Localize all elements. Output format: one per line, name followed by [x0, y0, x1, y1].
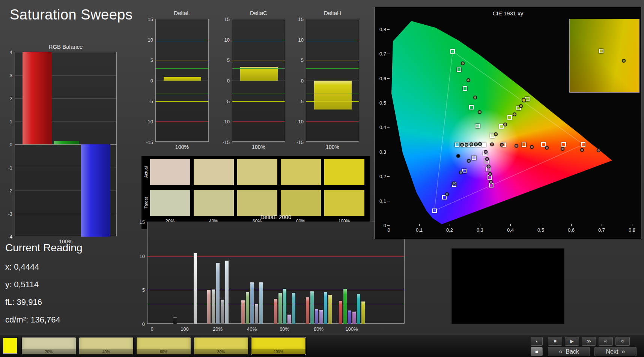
x-axis-label: 100%: [155, 144, 209, 150]
patch-button-60%[interactable]: 60%: [136, 337, 191, 355]
current-measurement-marker: [522, 98, 526, 102]
delta-e-bar: [194, 253, 197, 324]
gridline: [156, 19, 208, 20]
y-tick-label: 0: [142, 322, 145, 327]
transport-skip-button[interactable]: ≫: [582, 337, 596, 346]
color-swatch: [324, 190, 364, 216]
gridline: [156, 142, 208, 142]
transport-play-button[interactable]: ▶: [565, 337, 579, 346]
active-patch-swatch: [3, 338, 17, 354]
delta-c-chart: DeltaC 151050-5-10-15 100%: [219, 10, 294, 167]
pattern-preview-panel: [451, 248, 564, 324]
color-swatch: [324, 159, 364, 185]
ref-line: [156, 60, 208, 60]
target-marker: [581, 142, 585, 147]
target-marker: [472, 156, 476, 160]
delta-e-bar: [278, 293, 282, 324]
pattern-window-button[interactable]: ■: [531, 347, 543, 356]
x-tick-label: 20%: [213, 327, 223, 332]
y-tick-mark: [387, 54, 390, 54]
x-tick-label: 40%: [247, 327, 257, 332]
measurement-marker: [466, 78, 470, 82]
rgb-balance-plot: 43210-1-2-3-4: [15, 52, 117, 236]
delta-e-bar: [221, 300, 224, 324]
y-tick-label: 0,5: [379, 100, 386, 105]
delta-bar: [314, 81, 352, 110]
patch-button-80%[interactable]: 80%: [194, 337, 248, 355]
back-chevron-icon: «: [559, 348, 563, 356]
next-button[interactable]: Next »: [594, 347, 636, 356]
target-marker: [457, 68, 461, 72]
ref-line: [306, 68, 359, 69]
y-tick-label: -15: [296, 140, 304, 145]
x-tick-label: 0: [387, 228, 390, 232]
y-tick-mark: [387, 103, 390, 103]
ref-line: [232, 122, 285, 122]
measurement-marker: [580, 148, 584, 152]
row-label: Actual: [143, 159, 149, 185]
color-swatch: [194, 159, 234, 185]
measurement-marker: [597, 148, 600, 152]
y-tick-label: -5: [299, 99, 304, 104]
y-tick-label: 3: [10, 73, 12, 78]
x-tick-label: 0,6: [568, 228, 575, 232]
patch-label: 80%: [194, 349, 248, 354]
y-tick-label: 10: [224, 37, 230, 42]
y-tick-label: -5: [225, 99, 230, 104]
delta-h-chart: DeltaH 151050-5-10-15 100%: [293, 10, 368, 167]
y-tick-label: 0,1: [379, 198, 386, 203]
y-tick-label: 0,3: [379, 149, 386, 154]
target-marker: [450, 49, 455, 54]
target-marker: [432, 208, 437, 213]
x-tick-mark: [510, 224, 511, 226]
delta-e-bar: [287, 315, 291, 324]
y-tick-label: 10: [140, 254, 145, 258]
chart-title: RGB Balance: [15, 44, 117, 50]
y-tick-label: 10: [148, 37, 153, 42]
rgb-bar-green: [54, 141, 79, 144]
gridline: [232, 19, 285, 20]
next-label: Next: [606, 348, 618, 355]
y-tick-label: 0: [227, 78, 230, 83]
reading-fl-value: fL: 39,916: [5, 297, 82, 307]
scroll-up-button[interactable]: ▲: [531, 337, 543, 346]
y-tick-mark: [387, 201, 390, 201]
transport-refresh-button[interactable]: ↻: [615, 337, 630, 346]
delta-e-bar: [250, 282, 254, 324]
y-tick-mark: [387, 78, 390, 79]
y-tick-label: -5: [149, 99, 153, 104]
patch-button-40%[interactable]: 40%: [79, 337, 134, 355]
y-tick-label: 10: [298, 37, 304, 42]
chart-title: DeltaE 2000: [147, 214, 405, 220]
ref-line: [147, 256, 404, 256]
delta-e-bar: [241, 300, 245, 324]
back-button[interactable]: « Back: [548, 347, 590, 356]
gridline: [306, 142, 359, 142]
current-reading-panel: Current Reading x: 0,4444 y: 0,5114 fL: …: [5, 242, 82, 333]
y-tick-label: 0,2: [379, 174, 386, 179]
color-swatch: [281, 190, 321, 216]
transport-stop-button[interactable]: ■: [548, 337, 562, 346]
measurement-marker: [561, 147, 564, 151]
y-tick-label: 0: [384, 223, 386, 228]
transport-loop-button[interactable]: ∞: [599, 337, 613, 346]
target-marker: [522, 142, 526, 147]
x-tick-mark: [450, 224, 450, 226]
measurement-marker: [467, 159, 471, 163]
y-tick-label: -10: [223, 119, 230, 124]
patch-button-20%[interactable]: 20%: [21, 337, 76, 355]
current-reading-title: Current Reading: [5, 242, 82, 254]
ref-line: [156, 68, 208, 69]
measurement-marker: [490, 142, 494, 146]
delta-e-bar: [324, 292, 327, 324]
x-tick-label: 0,3: [477, 228, 483, 232]
patch-button-100%[interactable]: 100%: [251, 337, 306, 355]
measurement-marker: [478, 142, 482, 146]
color-swatch: [281, 159, 321, 185]
delta-e-bar: [339, 301, 342, 324]
target-marker: [561, 142, 566, 147]
y-tick-label: -10: [296, 119, 304, 124]
ref-line: [306, 122, 359, 122]
x-tick-label: 0,8: [629, 228, 635, 232]
cie-inset-zoom: [569, 19, 639, 93]
